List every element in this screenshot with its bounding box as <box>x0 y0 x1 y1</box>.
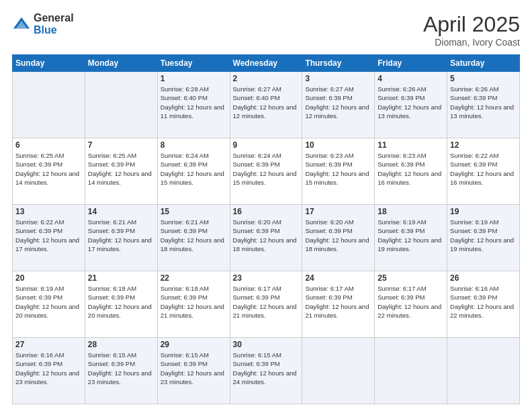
day-number: 29 <box>161 340 227 349</box>
day-cell <box>302 338 375 404</box>
day-number: 22 <box>161 273 227 283</box>
day-number: 18 <box>378 207 444 216</box>
day-number: 21 <box>88 273 154 283</box>
day-info: Sunrise: 6:22 AMSunset: 6:39 PMDaylight:… <box>15 218 82 253</box>
day-cell: 6Sunrise: 6:25 AMSunset: 6:39 PMDaylight… <box>13 138 85 205</box>
day-info: Sunrise: 6:23 AMSunset: 6:39 PMDaylight:… <box>378 151 444 187</box>
day-cell: 7Sunrise: 6:25 AMSunset: 6:39 PMDaylight… <box>85 138 157 205</box>
day-info: Sunrise: 6:25 AMSunset: 6:39 PMDaylight:… <box>88 151 154 187</box>
day-info: Sunrise: 6:19 AMSunset: 6:39 PMDaylight:… <box>450 218 517 253</box>
day-cell: 15Sunrise: 6:21 AMSunset: 6:39 PMDayligh… <box>157 205 230 271</box>
header: General Blue April 2025 Dioman, Ivory Co… <box>12 12 520 48</box>
day-number: 17 <box>305 207 371 216</box>
day-cell: 26Sunrise: 6:16 AMSunset: 6:39 PMDayligh… <box>447 271 520 338</box>
week-row-4: 20Sunrise: 6:19 AMSunset: 6:39 PMDayligh… <box>13 271 520 338</box>
day-number: 13 <box>15 207 82 216</box>
day-number: 1 <box>161 74 227 83</box>
weekday-header-friday: Friday <box>375 55 447 72</box>
logo-text: General Blue <box>34 12 74 36</box>
day-number: 15 <box>161 207 227 216</box>
day-cell: 28Sunrise: 6:15 AMSunset: 6:39 PMDayligh… <box>85 338 157 404</box>
day-info: Sunrise: 6:21 AMSunset: 6:39 PMDaylight:… <box>161 218 227 253</box>
weekday-header-sunday: Sunday <box>13 55 85 72</box>
day-number: 8 <box>161 140 227 150</box>
week-row-5: 27Sunrise: 6:16 AMSunset: 6:39 PMDayligh… <box>13 338 520 404</box>
day-cell <box>447 338 520 404</box>
day-cell: 25Sunrise: 6:17 AMSunset: 6:39 PMDayligh… <box>375 271 447 338</box>
day-info: Sunrise: 6:16 AMSunset: 6:39 PMDaylight:… <box>450 284 517 320</box>
day-info: Sunrise: 6:18 AMSunset: 6:39 PMDaylight:… <box>88 284 154 320</box>
day-cell: 11Sunrise: 6:23 AMSunset: 6:39 PMDayligh… <box>375 138 447 205</box>
day-info: Sunrise: 6:15 AMSunset: 6:39 PMDaylight:… <box>233 351 300 386</box>
calendar: SundayMondayTuesdayWednesdayThursdayFrid… <box>12 54 520 404</box>
day-info: Sunrise: 6:17 AMSunset: 6:39 PMDaylight:… <box>378 284 444 320</box>
day-number: 27 <box>15 340 82 349</box>
day-info: Sunrise: 6:26 AMSunset: 6:39 PMDaylight:… <box>378 85 444 120</box>
week-row-2: 6Sunrise: 6:25 AMSunset: 6:39 PMDaylight… <box>13 138 520 205</box>
day-number: 12 <box>450 140 517 150</box>
day-number: 23 <box>233 273 300 283</box>
logo-blue: Blue <box>34 24 74 36</box>
day-number: 14 <box>88 207 154 216</box>
day-cell: 1Sunrise: 6:28 AMSunset: 6:40 PMDaylight… <box>157 72 230 138</box>
day-number: 3 <box>305 74 371 83</box>
day-cell: 2Sunrise: 6:27 AMSunset: 6:40 PMDaylight… <box>230 72 302 138</box>
day-cell: 27Sunrise: 6:16 AMSunset: 6:39 PMDayligh… <box>13 338 85 404</box>
weekday-header-tuesday: Tuesday <box>157 55 230 72</box>
day-info: Sunrise: 6:16 AMSunset: 6:39 PMDaylight:… <box>15 351 82 386</box>
day-number: 11 <box>378 140 444 150</box>
day-cell <box>85 72 157 138</box>
day-info: Sunrise: 6:28 AMSunset: 6:40 PMDaylight:… <box>161 85 227 120</box>
day-number: 7 <box>88 140 154 150</box>
day-info: Sunrise: 6:27 AMSunset: 6:40 PMDaylight:… <box>233 85 300 120</box>
weekday-header-thursday: Thursday <box>302 55 375 72</box>
day-cell: 22Sunrise: 6:18 AMSunset: 6:39 PMDayligh… <box>157 271 230 338</box>
day-number: 19 <box>450 207 517 216</box>
logo-general: General <box>34 12 74 24</box>
day-info: Sunrise: 6:26 AMSunset: 6:39 PMDaylight:… <box>450 85 517 120</box>
day-number: 2 <box>233 74 300 83</box>
day-cell: 4Sunrise: 6:26 AMSunset: 6:39 PMDaylight… <box>375 72 447 138</box>
day-number: 26 <box>450 273 517 283</box>
day-cell: 30Sunrise: 6:15 AMSunset: 6:39 PMDayligh… <box>230 338 302 404</box>
day-number: 24 <box>305 273 371 283</box>
day-cell: 8Sunrise: 6:24 AMSunset: 6:39 PMDaylight… <box>157 138 230 205</box>
day-cell: 16Sunrise: 6:20 AMSunset: 6:39 PMDayligh… <box>230 205 302 271</box>
day-number: 20 <box>15 273 82 283</box>
day-cell: 5Sunrise: 6:26 AMSunset: 6:39 PMDaylight… <box>447 72 520 138</box>
day-cell: 20Sunrise: 6:19 AMSunset: 6:39 PMDayligh… <box>13 271 85 338</box>
day-cell: 18Sunrise: 6:19 AMSunset: 6:39 PMDayligh… <box>375 205 447 271</box>
day-number: 4 <box>378 74 444 83</box>
day-number: 6 <box>15 140 82 150</box>
page: General Blue April 2025 Dioman, Ivory Co… <box>0 0 532 411</box>
day-cell: 12Sunrise: 6:22 AMSunset: 6:39 PMDayligh… <box>447 138 520 205</box>
day-info: Sunrise: 6:21 AMSunset: 6:39 PMDaylight:… <box>88 218 154 253</box>
day-number: 9 <box>233 140 300 150</box>
day-cell <box>375 338 447 404</box>
day-cell: 17Sunrise: 6:20 AMSunset: 6:39 PMDayligh… <box>302 205 375 271</box>
day-info: Sunrise: 6:27 AMSunset: 6:39 PMDaylight:… <box>305 85 371 120</box>
day-info: Sunrise: 6:19 AMSunset: 6:39 PMDaylight:… <box>15 284 82 320</box>
day-info: Sunrise: 6:23 AMSunset: 6:39 PMDaylight:… <box>305 151 371 187</box>
day-number: 28 <box>88 340 154 349</box>
day-info: Sunrise: 6:25 AMSunset: 6:39 PMDaylight:… <box>15 151 82 187</box>
day-cell: 29Sunrise: 6:15 AMSunset: 6:39 PMDayligh… <box>157 338 230 404</box>
day-info: Sunrise: 6:20 AMSunset: 6:39 PMDaylight:… <box>305 218 371 253</box>
weekday-header-wednesday: Wednesday <box>230 55 302 72</box>
day-number: 16 <box>233 207 300 216</box>
day-info: Sunrise: 6:20 AMSunset: 6:39 PMDaylight:… <box>233 218 300 253</box>
day-cell: 14Sunrise: 6:21 AMSunset: 6:39 PMDayligh… <box>85 205 157 271</box>
day-cell: 21Sunrise: 6:18 AMSunset: 6:39 PMDayligh… <box>85 271 157 338</box>
day-cell: 19Sunrise: 6:19 AMSunset: 6:39 PMDayligh… <box>447 205 520 271</box>
day-info: Sunrise: 6:18 AMSunset: 6:39 PMDaylight:… <box>161 284 227 320</box>
logo-icon <box>12 15 31 34</box>
day-cell <box>13 72 85 138</box>
week-row-3: 13Sunrise: 6:22 AMSunset: 6:39 PMDayligh… <box>13 205 520 271</box>
day-number: 5 <box>450 74 517 83</box>
weekday-header-monday: Monday <box>85 55 157 72</box>
day-cell: 10Sunrise: 6:23 AMSunset: 6:39 PMDayligh… <box>302 138 375 205</box>
month-title: April 2025 <box>423 12 520 37</box>
day-cell: 13Sunrise: 6:22 AMSunset: 6:39 PMDayligh… <box>13 205 85 271</box>
weekday-header-row: SundayMondayTuesdayWednesdayThursdayFrid… <box>13 55 520 72</box>
day-info: Sunrise: 6:17 AMSunset: 6:39 PMDaylight:… <box>305 284 371 320</box>
